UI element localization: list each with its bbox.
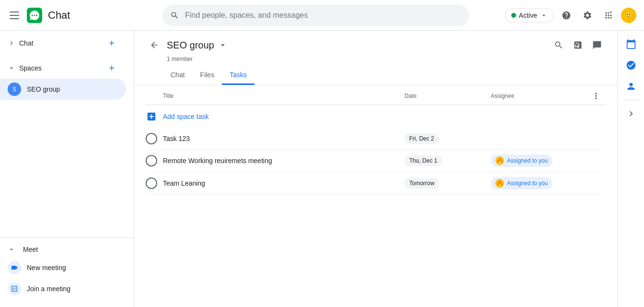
rail-tasks-icon[interactable] bbox=[621, 56, 641, 75]
spaces-section-title: Spaces bbox=[19, 64, 105, 72]
content-header: SEO group 1 member Chat bbox=[134, 31, 617, 85]
content-area: SEO group 1 member Chat bbox=[134, 31, 617, 307]
chat-section: Chat + bbox=[0, 31, 134, 56]
assignee-chip-3[interactable]: 🔥 Assigned to you bbox=[491, 177, 552, 189]
task-date-2: Thu, Dec 1 bbox=[404, 155, 491, 166]
spaces-section-header[interactable]: Spaces + bbox=[0, 58, 126, 79]
meet-section-title: Meet bbox=[23, 246, 126, 253]
join-meeting-icon bbox=[8, 282, 21, 295]
tab-chat[interactable]: Chat bbox=[163, 66, 193, 85]
sidebar-item-label: SEO group bbox=[27, 85, 60, 93]
date-chip-3: Tomorrow bbox=[404, 178, 439, 189]
col-title-header: Title bbox=[146, 93, 404, 99]
task-checkbox-2[interactable] bbox=[146, 155, 157, 166]
spaces-section: Spaces + S SEO group bbox=[0, 56, 134, 102]
hamburger-menu-icon[interactable] bbox=[8, 10, 21, 21]
apps-icon[interactable] bbox=[600, 7, 617, 24]
add-task-row[interactable]: Add space task bbox=[146, 105, 606, 128]
add-task-label: Add space task bbox=[163, 113, 209, 120]
task-row: Team Leaning Tomorrow 🔥 Assigned to you bbox=[146, 172, 606, 195]
meet-section-header[interactable]: Meet bbox=[0, 242, 134, 257]
topbar: Chat Active 🙂 bbox=[0, 0, 644, 31]
sidebar-item-avatar: S bbox=[8, 83, 21, 96]
task-assignee-3: 🔥 Assigned to you bbox=[491, 177, 586, 189]
meet-section: Meet New meeting Join a meeting bbox=[0, 237, 134, 303]
rail-calendar-icon[interactable] bbox=[621, 35, 641, 54]
task-name-1: Task 123 bbox=[163, 135, 404, 142]
chat-section-title: Chat bbox=[19, 39, 105, 47]
svg-point-2 bbox=[34, 14, 35, 16]
sidebar: Chat + Spaces + S SEO group Meet bbox=[0, 31, 134, 307]
new-meeting-item[interactable]: New meeting bbox=[0, 257, 126, 278]
sidebar-item-seo-group[interactable]: S SEO group bbox=[0, 79, 126, 100]
status-label: Active bbox=[519, 12, 537, 19]
task-date-3: Tomorrow bbox=[404, 178, 491, 189]
space-dropdown-icon[interactable] bbox=[218, 40, 228, 50]
google-chat-logo-icon bbox=[27, 8, 42, 23]
back-button[interactable] bbox=[146, 36, 163, 54]
chevron-down-meet-icon bbox=[8, 246, 15, 253]
col-assignee-header: Assignee bbox=[491, 93, 586, 99]
popout-icon[interactable] bbox=[569, 36, 586, 54]
assignee-avatar-3: 🔥 bbox=[495, 179, 504, 188]
rail-divider bbox=[623, 100, 639, 100]
space-title-row: SEO group bbox=[167, 40, 550, 51]
rail-person-icon[interactable] bbox=[621, 77, 641, 96]
main-layout: Chat + Spaces + S SEO group Meet bbox=[0, 31, 644, 307]
join-meeting-label: Join a meeting bbox=[27, 285, 70, 293]
date-chip-2: Thu, Dec 1 bbox=[404, 155, 442, 166]
assignee-label-2: Assigned to you bbox=[507, 157, 548, 164]
task-checkbox-3[interactable] bbox=[146, 177, 157, 189]
tasks-table-header: Title Date Assignee bbox=[146, 85, 606, 105]
task-date-1: Fri, Dec 2 bbox=[404, 133, 491, 144]
assignee-chip-2[interactable]: 🔥 Assigned to you bbox=[491, 154, 552, 167]
chevron-down-spaces-icon bbox=[8, 64, 15, 72]
tab-tasks[interactable]: Tasks bbox=[222, 66, 254, 85]
content-header-top: SEO group bbox=[146, 36, 606, 54]
add-task-icon bbox=[146, 111, 157, 122]
tasks-area: Title Date Assignee Add space task Task … bbox=[134, 85, 617, 307]
rail-expand-icon[interactable] bbox=[621, 104, 641, 123]
member-count: 1 member bbox=[167, 56, 606, 62]
new-chat-button[interactable]: + bbox=[105, 36, 118, 50]
chevron-right-icon bbox=[8, 39, 15, 47]
space-title: SEO group bbox=[167, 40, 214, 51]
user-avatar[interactable]: 🙂 bbox=[621, 8, 636, 23]
new-space-button[interactable]: + bbox=[105, 61, 118, 75]
chat-section-header[interactable]: Chat + bbox=[0, 33, 126, 54]
search-icon bbox=[170, 11, 179, 20]
app-title: Chat bbox=[48, 9, 70, 22]
assignee-avatar-2: 🔥 bbox=[495, 156, 504, 165]
svg-point-1 bbox=[32, 14, 33, 16]
task-assignee-2: 🔥 Assigned to you bbox=[491, 154, 586, 167]
col-date-header: Date bbox=[404, 93, 491, 99]
tab-files[interactable]: Files bbox=[193, 66, 222, 85]
message-icon[interactable] bbox=[588, 36, 606, 54]
task-row: Task 123 Fri, Dec 2 bbox=[146, 128, 606, 150]
date-chip-1: Fri, Dec 2 bbox=[404, 133, 439, 144]
join-meeting-item[interactable]: Join a meeting bbox=[0, 278, 126, 299]
chevron-down-icon bbox=[540, 12, 548, 19]
help-icon[interactable] bbox=[558, 7, 575, 24]
status-badge[interactable]: Active bbox=[505, 8, 554, 23]
header-search-icon[interactable] bbox=[550, 36, 567, 54]
topbar-right: Active 🙂 bbox=[505, 7, 636, 24]
assignee-label-3: Assigned to you bbox=[507, 180, 548, 187]
search-input[interactable] bbox=[185, 11, 461, 20]
new-meeting-icon bbox=[8, 261, 21, 274]
right-rail bbox=[617, 31, 644, 307]
header-actions bbox=[550, 36, 606, 54]
tabs: Chat Files Tasks bbox=[163, 66, 606, 85]
task-checkbox-1[interactable] bbox=[146, 133, 157, 144]
settings-icon[interactable] bbox=[579, 7, 596, 24]
svg-point-3 bbox=[36, 14, 37, 16]
col-more-header bbox=[586, 91, 606, 101]
topbar-left: Chat bbox=[8, 8, 142, 23]
task-row: Remote Working reuiremets meeting Thu, D… bbox=[146, 150, 606, 172]
task-name-3: Team Leaning bbox=[163, 179, 404, 187]
status-dot bbox=[511, 13, 516, 18]
search-bar[interactable] bbox=[162, 5, 469, 26]
new-meeting-label: New meeting bbox=[27, 264, 66, 272]
task-name-2: Remote Working reuiremets meeting bbox=[163, 157, 404, 165]
